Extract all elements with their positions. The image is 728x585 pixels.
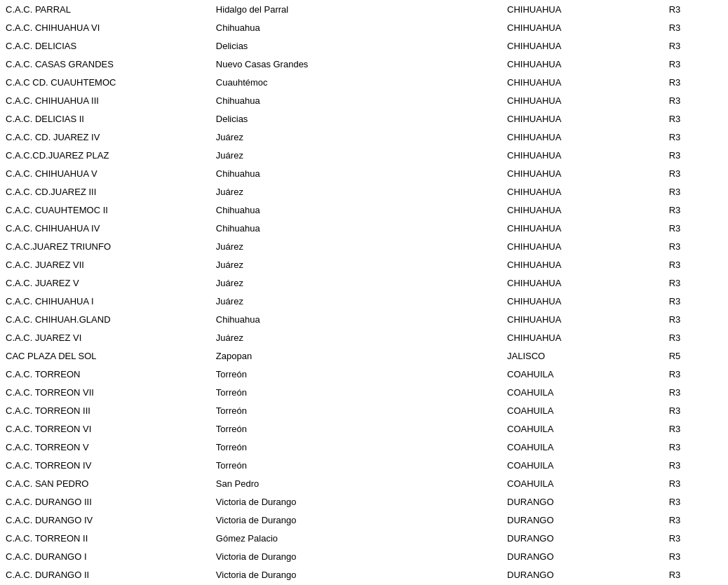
cell-name: C.A.C. CHIHUAHUA I xyxy=(0,292,210,310)
main-table-container: C.A.C. PARRALHidalgo del ParralCHIHUAHUA… xyxy=(0,0,728,584)
cell-region: R3 xyxy=(663,73,728,91)
cell-state: COAHUILA xyxy=(501,474,663,492)
cell-state: CHIHUAHUA xyxy=(501,201,663,219)
cell-state: DURANGO xyxy=(501,511,663,529)
cell-region: R5 xyxy=(663,347,728,365)
table-row: C.A.C. CHIHUAHUA IIIChihuahuaCHIHUAHUAR3 xyxy=(0,91,728,109)
cell-city: Juárez xyxy=(210,328,501,347)
cell-name: C.A.C. TORREON II xyxy=(0,529,210,547)
cell-state: CHIHUAHUA xyxy=(501,219,663,237)
cell-state: CHIHUAHUA xyxy=(501,292,663,310)
table-row: C.A.C. TORREON VIITorreónCOAHUILAR3 xyxy=(0,383,728,401)
cell-state: CHIHUAHUA xyxy=(501,18,663,36)
cell-region: R3 xyxy=(663,401,728,419)
cell-state: CHIHUAHUA xyxy=(501,0,663,18)
cell-name: C.A.C. PARRAL xyxy=(0,0,210,18)
cell-region: R3 xyxy=(663,438,728,456)
cell-state: CHIHUAHUA xyxy=(501,109,663,128)
cell-region: R3 xyxy=(663,237,728,255)
table-row: C.A.C. TORREON IVTorreónCOAHUILAR3 xyxy=(0,456,728,474)
cell-state: CHIHUAHUA xyxy=(501,182,663,201)
cell-name: C.A.C. CD.JUAREZ III xyxy=(0,182,210,201)
cell-name: C.A.C CD. CUAUHTEMOC xyxy=(0,73,210,91)
table-row: C.A.C. CHIHUAHUA VIChihuahuaCHIHUAHUAR3 xyxy=(0,18,728,36)
table-row: C.A.C. CASAS GRANDESNuevo Casas GrandesC… xyxy=(0,55,728,73)
cell-state: DURANGO xyxy=(501,565,663,584)
data-table: C.A.C. PARRALHidalgo del ParralCHIHUAHUA… xyxy=(0,0,728,584)
cell-region: R3 xyxy=(663,547,728,565)
cell-name: C.A.C. CHIHUAHUA III xyxy=(0,91,210,109)
cell-region: R3 xyxy=(663,0,728,18)
cell-state: DURANGO xyxy=(501,529,663,547)
cell-state: COAHUILA xyxy=(501,438,663,456)
table-row: C.A.C. TORREON IIGómez PalacioDURANGOR3 xyxy=(0,529,728,547)
cell-city: Torreón xyxy=(210,365,501,383)
table-row: C.A.C.CD.JUAREZ PLAZJuárezCHIHUAHUAR3 xyxy=(0,146,728,164)
cell-region: R3 xyxy=(663,492,728,511)
cell-region: R3 xyxy=(663,310,728,328)
cell-city: Juárez xyxy=(210,255,501,274)
table-row: C.A.C. TORREONTorreónCOAHUILAR3 xyxy=(0,365,728,383)
cell-name: C.A.C. CHIHUAHUA VI xyxy=(0,18,210,36)
table-row: C.A.C. DURANGO IIVictoria de DurangoDURA… xyxy=(0,565,728,584)
cell-name: C.A.C. TORREON VI xyxy=(0,419,210,438)
cell-name: C.A.C. CHIHUAH.GLAND xyxy=(0,310,210,328)
cell-name: C.A.C. CHIHUAHUA V xyxy=(0,164,210,182)
cell-state: CHIHUAHUA xyxy=(501,274,663,292)
cell-city: Victoria de Durango xyxy=(210,511,501,529)
cell-city: San Pedro xyxy=(210,474,501,492)
cell-name: C.A.C. CUAUHTEMOC II xyxy=(0,201,210,219)
table-row: C.A.C. JUAREZ VIIJuárezCHIHUAHUAR3 xyxy=(0,255,728,274)
table-row: C.A.C. DELICIAS IIDeliciasCHIHUAHUAR3 xyxy=(0,109,728,128)
cell-region: R3 xyxy=(663,383,728,401)
cell-region: R3 xyxy=(663,365,728,383)
cell-name: C.A.C. TORREON xyxy=(0,365,210,383)
table-row: C.A.C. CD. JUAREZ IVJuárezCHIHUAHUAR3 xyxy=(0,128,728,146)
cell-name: C.A.C. JUAREZ VI xyxy=(0,328,210,347)
cell-region: R3 xyxy=(663,274,728,292)
table-row: C.A.C. TORREON VITorreónCOAHUILAR3 xyxy=(0,419,728,438)
cell-city: Juárez xyxy=(210,182,501,201)
table-row: C.A.C. PARRALHidalgo del ParralCHIHUAHUA… xyxy=(0,0,728,18)
cell-name: C.A.C. CD. JUAREZ IV xyxy=(0,128,210,146)
cell-state: COAHUILA xyxy=(501,419,663,438)
cell-city: Delicias xyxy=(210,36,501,55)
cell-city: Victoria de Durango xyxy=(210,547,501,565)
table-row: C.A.C. TORREON IIITorreónCOAHUILAR3 xyxy=(0,401,728,419)
table-row: C.A.C. JUAREZ VJuárezCHIHUAHUAR3 xyxy=(0,274,728,292)
cell-state: CHIHUAHUA xyxy=(501,73,663,91)
table-row: C.A.C. CHIHUAHUA IVChihuahuaCHIHUAHUAR3 xyxy=(0,219,728,237)
cell-name: C.A.C. DELICIAS II xyxy=(0,109,210,128)
cell-city: Chihuahua xyxy=(210,201,501,219)
cell-city: Juárez xyxy=(210,146,501,164)
cell-region: R3 xyxy=(663,201,728,219)
cell-city: Chihuahua xyxy=(210,18,501,36)
cell-name: C.A.C. TORREON VII xyxy=(0,383,210,401)
cell-state: COAHUILA xyxy=(501,383,663,401)
cell-city: Nuevo Casas Grandes xyxy=(210,55,501,73)
cell-state: DURANGO xyxy=(501,492,663,511)
cell-city: Juárez xyxy=(210,292,501,310)
cell-city: Gómez Palacio xyxy=(210,529,501,547)
cell-region: R3 xyxy=(663,18,728,36)
cell-state: COAHUILA xyxy=(501,365,663,383)
table-row: C.A.C. DURANGO IIIVictoria de DurangoDUR… xyxy=(0,492,728,511)
table-row: C.A.C. CD.JUAREZ IIIJuárezCHIHUAHUAR3 xyxy=(0,182,728,201)
cell-name: C.A.C. DURANGO I xyxy=(0,547,210,565)
cell-region: R3 xyxy=(663,529,728,547)
table-row: C.A.C. CHIHUAHUA IJuárezCHIHUAHUAR3 xyxy=(0,292,728,310)
cell-state: JALISCO xyxy=(501,347,663,365)
cell-name: C.A.C. SAN PEDRO xyxy=(0,474,210,492)
cell-name: C.A.C.JUAREZ TRIUNFO xyxy=(0,237,210,255)
cell-region: R3 xyxy=(663,565,728,584)
cell-region: R3 xyxy=(663,164,728,182)
cell-name: CAC PLAZA DEL SOL xyxy=(0,347,210,365)
cell-region: R3 xyxy=(663,55,728,73)
table-row: C.A.C CD. CUAUHTEMOCCuauhtémocCHIHUAHUAR… xyxy=(0,73,728,91)
table-row: C.A.C. DELICIASDeliciasCHIHUAHUAR3 xyxy=(0,36,728,55)
cell-state: CHIHUAHUA xyxy=(501,36,663,55)
cell-state: COAHUILA xyxy=(501,456,663,474)
table-row: C.A.C. DURANGO IVictoria de DurangoDURAN… xyxy=(0,547,728,565)
cell-city: Victoria de Durango xyxy=(210,565,501,584)
cell-city: Juárez xyxy=(210,237,501,255)
